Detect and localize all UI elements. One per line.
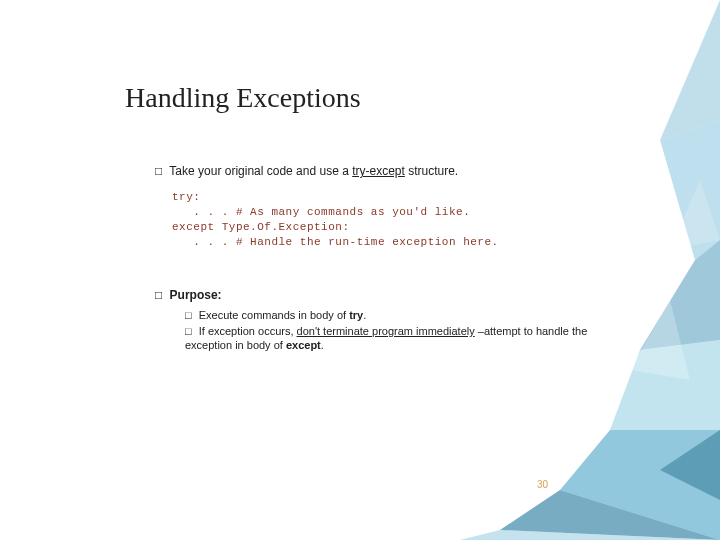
except-bold: except (286, 339, 321, 351)
try-bold: try (349, 309, 363, 321)
code-line: . . . # Handle the run-time exception he… (172, 236, 499, 248)
sub-text-end: . (363, 309, 366, 321)
code-line: except Type.Of.Exception: (172, 221, 350, 233)
svg-marker-7 (630, 300, 690, 380)
sub-text-end: . (321, 339, 324, 351)
svg-marker-1 (660, 120, 720, 260)
code-block: try: . . . # As many commands as you'd l… (172, 190, 499, 250)
svg-marker-3 (610, 340, 720, 430)
dont-terminate-underline: don't terminate program immediately (297, 325, 475, 337)
bullet-marker-icon: □ (155, 164, 162, 178)
try-except-underline: try-except (352, 164, 405, 178)
bullet-marker-icon: □ (155, 288, 162, 302)
bullet-purpose: □ Purpose: (155, 288, 222, 302)
slide: Handling Exceptions □ Take your original… (0, 0, 720, 540)
svg-marker-0 (660, 0, 720, 140)
svg-marker-2 (640, 240, 720, 350)
purpose-label: Purpose: (166, 288, 221, 302)
bullet-take-code: □ Take your original code and use a try-… (155, 164, 458, 178)
svg-marker-5 (500, 490, 720, 540)
slide-title: Handling Exceptions (125, 82, 361, 114)
sub-bullet-exception: □ If exception occurs, don't terminate p… (185, 324, 630, 352)
bullet-marker-icon: □ (185, 324, 192, 338)
sub-text: If exception occurs, (196, 325, 297, 337)
sub-bullet-execute: □ Execute commands in body of try. (185, 308, 630, 322)
bullet-text-end: structure. (405, 164, 458, 178)
page-number: 30 (537, 479, 548, 490)
code-line: . . . # As many commands as you'd like. (172, 206, 470, 218)
bullet-text: Take your original code and use a (166, 164, 352, 178)
bullet-marker-icon: □ (185, 308, 192, 322)
svg-marker-4 (560, 430, 720, 540)
code-line: try: (172, 191, 200, 203)
sub-text: Execute commands in body of (196, 309, 349, 321)
decorative-shards-icon (460, 0, 720, 540)
svg-marker-9 (660, 430, 720, 500)
svg-marker-6 (460, 530, 720, 540)
svg-marker-8 (670, 180, 720, 250)
